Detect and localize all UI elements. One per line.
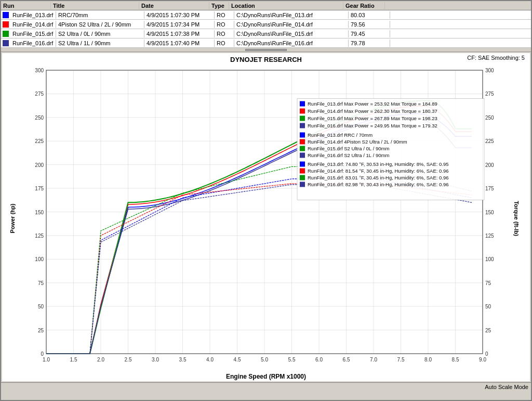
scroll-indicator bbox=[1, 48, 531, 52]
cell-date-4: 4/9/2015 1:07:40 PM bbox=[144, 40, 215, 47]
chart-title: DYNOJET RESEARCH bbox=[2, 54, 530, 65]
cell-location-1: C:\DynoRuns\RunFile_013.drf bbox=[234, 11, 349, 19]
col-run: Run bbox=[1, 2, 51, 9]
col-type: Type bbox=[209, 2, 229, 9]
cell-date-1: 4/9/2015 1:07:30 PM bbox=[144, 11, 215, 19]
chart-area: DYNOJET RESEARCH CF: SAE Smoothing: 5 Po… bbox=[2, 53, 530, 381]
data-table: Run Title Date Type Location Gear Ratio … bbox=[1, 1, 531, 48]
status-bar: Auto Scale Mode bbox=[1, 382, 531, 391]
y-left-axis-container: Power (hp) bbox=[2, 65, 23, 372]
cell-type-1: RO bbox=[215, 11, 234, 19]
status-label: Auto Scale Mode bbox=[485, 384, 528, 390]
table-row[interactable]: RunFile_016.drf S2 Ultra / 1L / 90mm 4/9… bbox=[1, 38, 531, 48]
chart-body: Power (hp) Torque (ft-lb) bbox=[2, 65, 530, 372]
col-ratio: Gear Ratio bbox=[343, 2, 385, 9]
cell-run-1: RunFile_013.drf bbox=[10, 11, 56, 19]
chart-header: DYNOJET RESEARCH CF: SAE Smoothing: 5 bbox=[2, 53, 530, 65]
table-row[interactable]: RunFile_013.drf RRC/70mm 4/9/2015 1:07:3… bbox=[1, 10, 531, 20]
cell-title-1: RRC/70mm bbox=[56, 11, 144, 19]
chart-canvas[interactable] bbox=[23, 65, 506, 372]
cell-location-2: C:\DynoRuns\RunFile_014.drf bbox=[234, 21, 349, 28]
y-right-axis-container: Torque (ft-lb) bbox=[506, 65, 527, 372]
cell-title-3: S2 Ultra / 0L / 90mm bbox=[56, 30, 144, 37]
cell-run-4: RunFile_016.drf bbox=[10, 40, 56, 47]
cell-title-2: 4Piston S2 Ultra / 2L / 90mm bbox=[56, 21, 144, 28]
row-color-1 bbox=[3, 12, 9, 18]
col-location: Location bbox=[229, 2, 343, 9]
y-right-label: Torque (ft-lb) bbox=[513, 201, 520, 236]
col-title: Title bbox=[51, 2, 139, 9]
cell-run-2: RunFile_014.drf bbox=[10, 21, 56, 28]
cf-label: CF: SAE Smoothing: 5 bbox=[467, 55, 525, 61]
col-date: Date bbox=[139, 2, 209, 9]
cell-type-4: RO bbox=[215, 40, 234, 47]
table-header-row: Run Title Date Type Location Gear Ratio bbox=[1, 1, 531, 10]
y-left-label: Power (hp) bbox=[9, 204, 16, 234]
cell-title-4: S2 Ultra / 1L / 90mm bbox=[56, 40, 144, 47]
row-color-3 bbox=[3, 31, 9, 37]
row-color-2 bbox=[3, 21, 9, 28]
cell-type-2: RO bbox=[215, 21, 234, 28]
scroll-handle[interactable] bbox=[245, 49, 287, 51]
cell-date-3: 4/9/2015 1:07:38 PM bbox=[144, 30, 215, 37]
cell-type-3: RO bbox=[215, 30, 234, 37]
x-axis-label: Engine Speed (RPM x1000) bbox=[2, 372, 530, 381]
cell-location-3: C:\DynoRuns\RunFile_015.drf bbox=[234, 30, 349, 37]
cell-run-3: RunFile_015.drf bbox=[10, 30, 56, 37]
cell-ratio-2: 79.56 bbox=[349, 21, 390, 28]
table-row[interactable]: RunFile_015.drf S2 Ultra / 0L / 90mm 4/9… bbox=[1, 29, 531, 38]
row-color-4 bbox=[3, 40, 9, 46]
cell-ratio-4: 79.78 bbox=[349, 40, 390, 47]
main-container: Run Title Date Type Location Gear Ratio … bbox=[0, 0, 532, 401]
cell-location-4: C:\DynoRuns\RunFile_016.drf bbox=[234, 40, 349, 47]
cell-ratio-3: 79.45 bbox=[349, 30, 390, 37]
cell-date-2: 4/9/2015 1:07:34 PM bbox=[144, 21, 215, 28]
table-row[interactable]: RunFile_014.drf 4Piston S2 Ultra / 2L / … bbox=[1, 20, 531, 29]
cell-ratio-1: 80.03 bbox=[349, 11, 390, 19]
